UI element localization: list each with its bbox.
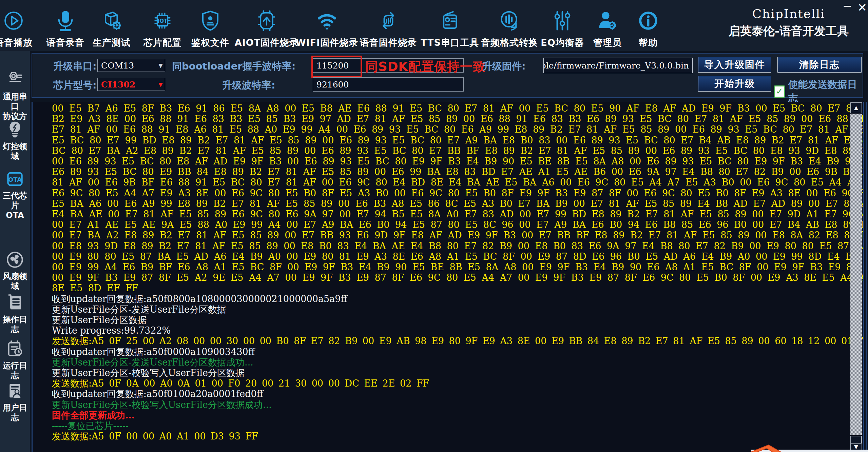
handshake-baud-label: 同bootloader握手波特率: <box>172 60 295 73</box>
toolbar-item-wifi-burn[interactable]: WIFI固件烧录 <box>291 7 363 49</box>
log-entry: 发送数据:A5 0F 0A 00 A0 0A 01 00 F0 20 00 21… <box>52 378 849 389</box>
hex-dump-line: BC 80 E7 BA A2 E8 89 B2 E7 81 AF E5 85 8… <box>52 145 849 156</box>
sdk-annotation-text: 同SDK配置保持一致 <box>365 58 486 75</box>
hex-dump-line: 00 E6 89 93 E5 BC 80 E8 AF AD E9 9F B3 0… <box>52 156 849 166</box>
sidebar-item-label: 灯控领域 <box>0 142 30 161</box>
upgrade-baud-input[interactable]: 921600 <box>313 77 464 92</box>
clear-log-button[interactable]: 清除日志 <box>777 57 862 73</box>
hex-dump-line: E7 81 AF 00 E6 88 91 E8 A6 81 E5 88 A0 E… <box>52 124 849 135</box>
sync-audio-icon <box>353 7 424 36</box>
log-entry: 更新UserFile分区数据 <box>52 315 849 325</box>
highlight-red-box <box>311 56 362 78</box>
log-entry: 固件全部更新成功... <box>52 410 849 420</box>
hex-dump-line: B2 E9 A3 8E 00 E6 88 91 E6 83 B3 E5 85 B… <box>52 114 849 124</box>
app-title-product: 启英泰伦-语音开发工具 <box>712 23 865 39</box>
hex-dump-line: 00 E7 A1 AE E5 AE 9A E5 88 A0 E9 99 A4 0… <box>52 219 849 230</box>
log-entry: 更新UserFile分区-校验写入UserFile分区数据 <box>52 368 849 378</box>
hex-dump-line: E6 89 93 E5 BC 80 E9 BB 84 E8 89 B2 E7 8… <box>52 166 849 177</box>
log-content: 00 E5 B7 A6 E5 8F B3 E6 91 86 E5 8A A8 0… <box>52 103 849 442</box>
sidebar-item-label: 风扇领域 <box>0 272 30 291</box>
svg-text:OTA: OTA <box>8 176 22 183</box>
chevron-down-icon: ▼ <box>158 62 163 69</box>
hex-dump-line: 00 E8 93 9D E8 89 B2 E7 81 AF E5 85 89 0… <box>52 241 849 251</box>
firmware-path-value: ble/firmware/Firmware_V3.0.0.bin <box>543 61 689 71</box>
hex-dump-line: E4 BA AE 00 E7 81 AF E5 85 89 E6 9C 80 E… <box>52 209 849 219</box>
upgrade-baud-label: 升级波特率: <box>222 79 275 92</box>
log-entry: 收到updater回复数据:a50f0100a20a0001fed0ff <box>52 389 849 399</box>
enable-send-log-label: 使能发送数据日志 <box>788 78 863 105</box>
right-panel-border <box>866 102 867 452</box>
firmware-label: 升级固件: <box>482 60 526 73</box>
top-toolbar: 语音播放语音录音生产测试IOT芯片配置鉴权文件AIOT固件烧录WIFI固件烧录语… <box>0 0 868 51</box>
run-log-icon <box>0 338 30 361</box>
hex-dump-line: 00 E9 80 80 E5 87 BA E5 AD A6 E4 B9 A0 0… <box>52 251 849 262</box>
sidebar-item-label: 用户日志 <box>0 403 30 422</box>
scrollbar-track[interactable] <box>850 114 862 435</box>
chevron-down-icon: ▼ <box>158 81 163 88</box>
light-bulb-icon <box>0 119 30 142</box>
log-console[interactable]: 00 E5 B7 A6 E5 8F B3 E6 91 86 E5 8A A8 0… <box>32 102 864 452</box>
toolbar-item-label: 语音固件烧录 <box>353 37 424 49</box>
log-entry: 更新UserFile分区-校验写入UserFile分区数据成功... <box>52 399 849 410</box>
svg-text:IOT: IOT <box>158 18 168 24</box>
hex-dump-line: 8E E5 8D EF FF <box>52 283 849 293</box>
sidebar-item-user-log[interactable]: 用户日志 <box>0 380 30 422</box>
toolbar-item-voice-burn[interactable]: 语音固件烧录 <box>353 7 424 49</box>
orange-arrow-annotation <box>739 444 784 452</box>
log-entry: 发送数据:A5 0F 25 00 A2 08 00 00 30 00 00 B0… <box>52 336 849 346</box>
info-circle-icon <box>613 7 684 36</box>
sidebar-item-light-control[interactable]: 灯控领域 <box>0 119 30 161</box>
log-entry: 更新UserFile分区-发送UserFile分区数据成功... <box>52 357 849 368</box>
user-log-icon <box>0 380 30 403</box>
hex-dump-line: 81 AF 00 E6 9B BF E6 88 91 E5 BC 80 E7 8… <box>52 177 849 188</box>
log-entry: 收到updater回复数据:a50f0800a10800003000002100… <box>52 294 849 304</box>
hex-dump-line: 00 E9 9F B3 E9 87 8F E5 A2 9E E5 A4 A7 0… <box>52 272 849 283</box>
close-button[interactable]: ✕ <box>855 1 868 14</box>
operation-log-icon <box>0 292 30 315</box>
hex-dump-line: 00 E7 BA A2 E8 89 B2 E7 81 AF E5 85 89 0… <box>52 230 849 240</box>
sidebar-item-run-log[interactable]: 运行日志 <box>0 338 30 380</box>
log-entry: 更新UserFile分区-发送UserFile分区数据 <box>52 304 849 315</box>
sidebar-item-label: 操作日志 <box>0 315 30 334</box>
firmware-path-input[interactable]: ble/firmware/Firmware_V3.0.0.bin <box>543 58 693 73</box>
checkmark-icon: ✓ <box>774 85 785 98</box>
chip-model-label: 芯片型号: <box>53 79 97 92</box>
vertical-scrollbar[interactable]: ▲ ▼ <box>850 102 863 451</box>
log-entry: -----复位已芯片----- <box>52 420 849 431</box>
upgrade-baud-value: 921600 <box>316 80 349 90</box>
log-entry: 收到updater回复数据:a50f0000a109003430ff <box>52 347 849 357</box>
enable-send-log-checkbox[interactable]: ✓ 使能发送数据日志 <box>774 78 863 105</box>
hex-dump-line: E5 BA A6 00 E6 A9 99 E8 89 B2 E7 81 AF E… <box>52 198 849 209</box>
sidebar-item-label: 运行日志 <box>0 361 30 380</box>
sidebar-item-label: OTA <box>0 211 30 220</box>
toolbar-item-label: WIFI固件烧录 <box>291 37 363 49</box>
sidebar-item-gen3-ota[interactable]: OTA三代芯片OTA <box>0 169 30 220</box>
sidebar-item-label: 通用串口 <box>0 92 30 112</box>
hex-dump-line: 00 E9 99 A4 E6 B9 BF E6 A8 A1 E5 BC 8F 0… <box>52 262 849 272</box>
toolbar-item-help[interactable]: 帮助 <box>613 7 684 49</box>
scroll-up-icon[interactable]: ▲ <box>850 102 862 113</box>
log-entry: Write progress:99.7322% <box>52 325 849 336</box>
hex-dump-line: 00 E5 B7 A6 E5 8F B3 E6 91 86 E5 8A A8 0… <box>52 103 849 114</box>
sidebar: 通用串口协议方案灯控领域OTA三代芯片OTA风扇领域操作日志运行日志用户日志 <box>0 51 32 452</box>
wifi-icon <box>291 7 363 36</box>
sidebar-item-fan-domain[interactable]: 风扇领域 <box>0 249 30 291</box>
start-upgrade-button[interactable]: 开始升级 <box>698 76 771 92</box>
sidebar-item-operation-log[interactable]: 操作日志 <box>0 292 30 334</box>
chip-model-value: CI1302 <box>101 80 135 90</box>
minimize-button[interactable]: ─ <box>840 0 855 13</box>
upgrade-port-select[interactable]: COM13 ▼ <box>97 59 165 72</box>
upgrade-settings-panel: 升级串口: COM13 ▼ 同bootloader握手波特率: 115200 同… <box>32 53 863 98</box>
import-firmware-button[interactable]: 导入升级固件 <box>698 57 771 73</box>
toolbar-item-label: 帮助 <box>613 37 684 49</box>
hex-dump-line: E6 9C 80 E5 A4 A7 E9 A3 8E 00 E6 9C 80 E… <box>52 188 849 198</box>
log-entry: 发送数据:A5 0F 00 00 A0 A1 00 D3 93 FF <box>52 431 849 441</box>
fan-icon <box>0 249 30 272</box>
upgrade-port-label: 升级串口: <box>53 60 97 73</box>
upgrade-port-value: COM13 <box>101 61 134 71</box>
sidebar-item-label: 三代芯片 <box>0 191 30 211</box>
ota-badge-icon: OTA <box>0 169 30 191</box>
chip-model-select[interactable]: CI1302 ▼ <box>97 78 165 91</box>
hex-dump-line: E5 BC 80 E7 99 BD E8 89 B2 E7 81 AF E5 8… <box>52 135 849 145</box>
serial-protocol-icon <box>0 70 30 92</box>
